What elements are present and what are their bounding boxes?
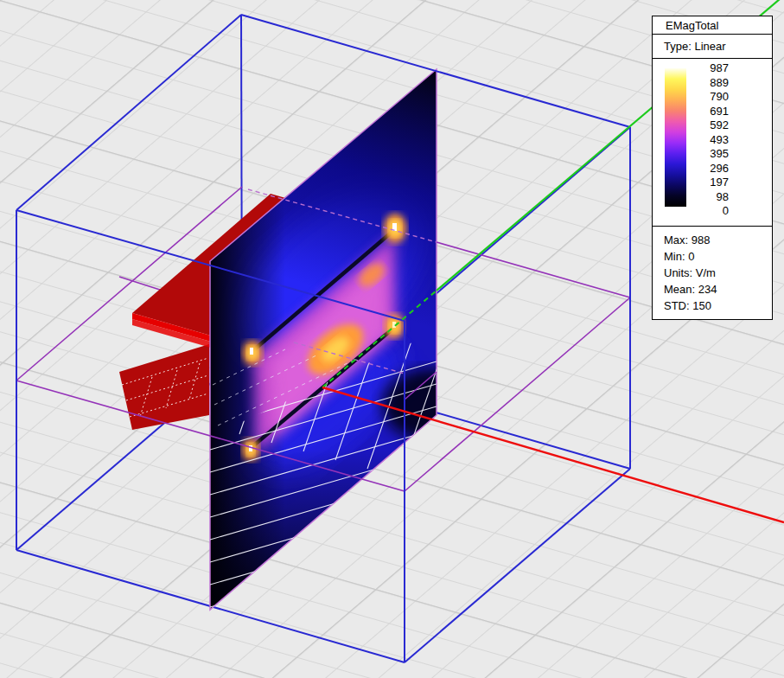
legend-colorbar-section: 987 889 790 691 592 493 395 296 197 98 0 [653, 59, 772, 227]
color-scale-legend: EMagTotal Type: Linear 987 889 790 691 5… [652, 16, 773, 320]
tick-label: 889 [692, 76, 729, 91]
legend-statistics: Max: 988 Min: 0 Units: V/m Mean: 234 STD… [653, 227, 772, 319]
colorbar-tick-labels: 987 889 790 691 592 493 395 296 197 98 0 [692, 61, 729, 219]
tick-label: 987 [692, 61, 729, 76]
simulation-viewport: EMagTotal Type: Linear 987 889 790 691 5… [0, 0, 784, 678]
tick-label: 197 [692, 176, 729, 190]
legend-scale-type: Type: Linear [653, 35, 772, 59]
tick-label: 0 [692, 204, 729, 219]
tick-label: 592 [692, 118, 729, 133]
tick-label: 493 [692, 133, 729, 148]
stat-max: Max: 988 [664, 232, 772, 248]
stat-units: Units: V/m [664, 265, 772, 281]
tick-label: 691 [692, 105, 729, 119]
tick-label: 98 [692, 190, 729, 205]
stat-min: Min: 0 [664, 248, 772, 265]
stat-std: STD: 150 [664, 297, 772, 314]
legend-title: EMagTotal [653, 16, 772, 35]
tick-label: 296 [692, 162, 729, 176]
tick-label: 790 [692, 90, 729, 105]
colorbar-gradient [665, 68, 686, 207]
tick-label: 395 [692, 147, 729, 162]
stat-mean: Mean: 234 [664, 281, 772, 297]
